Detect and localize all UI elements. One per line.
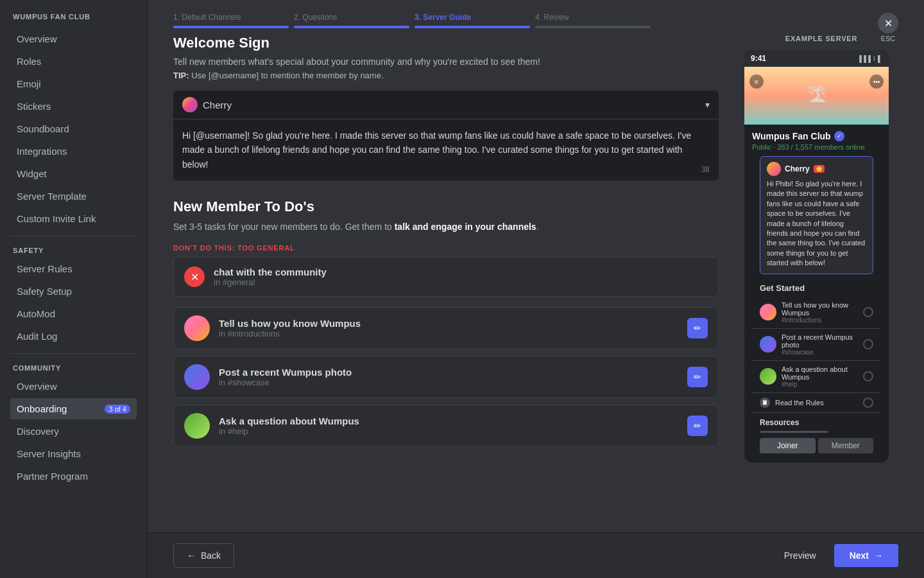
sidebar-item-server-insights[interactable]: Server Insights bbox=[10, 443, 137, 464]
server-banner: ≡ ••• 🏝 bbox=[744, 67, 889, 125]
edit-button-2[interactable]: ✏ bbox=[687, 416, 708, 436]
step-2-label: 2. Questions bbox=[294, 13, 337, 22]
card-avatar bbox=[767, 162, 781, 176]
sidebar-item-widget[interactable]: Widget bbox=[10, 163, 137, 184]
resources-progress-bar bbox=[760, 431, 828, 433]
step-1-label: 1. Default Channels bbox=[173, 13, 241, 22]
task-channel-0: #introductions bbox=[782, 317, 858, 324]
card-badge: 🌟 bbox=[814, 165, 825, 173]
good-avatar-0 bbox=[184, 315, 210, 341]
sidebar-item-emoji[interactable]: Emoji bbox=[10, 73, 137, 94]
author-dropdown[interactable]: Cherry ▾ bbox=[173, 91, 719, 119]
server-name-text: Wumpus Fan Club bbox=[752, 131, 831, 141]
verified-badge-icon: ✓ bbox=[834, 131, 844, 141]
bad-example-row: ✕ chat with the community in #general bbox=[173, 257, 719, 297]
sidebar-item-partner-program[interactable]: Partner Program bbox=[10, 466, 137, 487]
step-3-label: 3. Server Guide bbox=[415, 13, 471, 22]
sidebar-item-audit-log[interactable]: Audit Log bbox=[10, 326, 137, 347]
good-title-0: Tell us how you know Wumpus bbox=[219, 318, 678, 329]
status-time: 9:41 bbox=[751, 54, 766, 63]
good-title-2: Ask a question about Wumpus bbox=[219, 416, 678, 426]
task-text-3: Read the Rules bbox=[775, 399, 858, 407]
battery-icon: ▌ bbox=[878, 55, 882, 62]
step-2: 2. Questions bbox=[294, 13, 409, 28]
resources-section: Resources Joiner Member bbox=[752, 413, 881, 456]
resources-tabs: Joiner Member bbox=[760, 438, 873, 453]
task-avatar-1 bbox=[760, 336, 776, 353]
good-text-0: Tell us how you know Wumpus in #introduc… bbox=[219, 318, 678, 338]
resources-title: Resources bbox=[760, 418, 873, 427]
task-text-2: Ask a question about Wumpus #help bbox=[782, 365, 858, 388]
task-text-1: Post a recent Wumpus photo #showcase bbox=[782, 333, 858, 356]
author-name: Cherry bbox=[203, 100, 705, 110]
task-circle-1 bbox=[863, 339, 873, 349]
sidebar-item-server-template[interactable]: Server Template bbox=[10, 186, 137, 207]
content-area: Welcome Sign Tell new members what's spe… bbox=[148, 35, 924, 532]
sidebar: WUMPUS FAN CLUB Overview Roles Emoji Sti… bbox=[0, 0, 148, 578]
server-name-row: Wumpus Fan Club ✓ bbox=[752, 131, 881, 141]
task-channel-1: #showcase bbox=[782, 349, 858, 356]
sidebar-item-server-rules[interactable]: Server Rules bbox=[10, 258, 137, 279]
sidebar-item-stickers[interactable]: Stickers bbox=[10, 96, 137, 117]
left-panel: Welcome Sign Tell new members what's spe… bbox=[173, 35, 725, 520]
edit-button-0[interactable]: ✏ bbox=[687, 318, 708, 338]
task-title-1: Post a recent Wumpus photo bbox=[782, 333, 858, 349]
task-circle-2 bbox=[863, 371, 873, 381]
good-channel-1: in #showcase bbox=[219, 378, 678, 387]
task-row-3: 📋 Read the Rules bbox=[752, 393, 881, 413]
get-started-title: Get Started bbox=[752, 279, 881, 297]
dont-do-label: DON'T DO THIS: TOO GENERAL bbox=[173, 244, 719, 252]
more-icon: ••• bbox=[869, 74, 884, 89]
good-text-2: Ask a question about Wumpus in #help bbox=[219, 416, 678, 436]
good-title-1: Post a recent Wumpus photo bbox=[219, 367, 678, 378]
sidebar-item-integrations[interactable]: Integrations bbox=[10, 141, 137, 162]
good-channel-0: in #introductions bbox=[219, 329, 678, 338]
good-avatar-2 bbox=[184, 413, 210, 439]
tip-text: TIP: Use [@username] to mention the memb… bbox=[173, 71, 719, 80]
welcome-card: Cherry 🌟 Hi Phibi! So glad you're here. … bbox=[760, 156, 873, 274]
next-button[interactable]: Next → bbox=[834, 544, 898, 567]
tab-member[interactable]: Member bbox=[818, 438, 874, 453]
sidebar-item-custom-invite[interactable]: Custom Invite Link bbox=[10, 208, 137, 229]
task-row-2: Ask a question about Wumpus #help bbox=[752, 361, 881, 393]
welcome-message-box: Hi [@username]! So glad you're here. I m… bbox=[173, 119, 719, 180]
bottom-bar: ← Back Preview Next → bbox=[148, 532, 924, 578]
sidebar-item-community-overview[interactable]: Overview bbox=[10, 376, 137, 397]
onboarding-badge: 3 of 4 bbox=[105, 405, 130, 414]
menu-icon: ≡ bbox=[749, 74, 764, 89]
bad-channel: in #general bbox=[214, 277, 708, 287]
sidebar-item-roles[interactable]: Roles bbox=[10, 51, 137, 72]
task-rules-icon: 📋 bbox=[760, 398, 770, 408]
tab-joiner[interactable]: Joiner bbox=[760, 438, 816, 453]
step-2-track bbox=[294, 26, 409, 28]
esc-button[interactable]: ✕ ESC bbox=[878, 13, 898, 42]
task-avatar-2 bbox=[760, 368, 776, 385]
card-text: Hi Phibi! So glad you're here. I made th… bbox=[767, 179, 866, 268]
step-4-label: 4. Review bbox=[535, 13, 569, 22]
server-preview: 9:41 ▐▐▐ ⌇ ▌ ≡ ••• 🏝 bbox=[744, 50, 889, 462]
author-avatar bbox=[182, 97, 198, 112]
sidebar-item-automod[interactable]: AutoMod bbox=[10, 303, 137, 324]
step-4-track bbox=[535, 26, 651, 28]
edit-button-1[interactable]: ✏ bbox=[687, 367, 708, 387]
sidebar-item-overview[interactable]: Overview bbox=[10, 28, 137, 49]
task-title-0: Tell us how you know Wumpus bbox=[782, 301, 858, 317]
sidebar-item-discovery[interactable]: Discovery bbox=[10, 421, 137, 442]
esc-icon: ✕ bbox=[878, 13, 898, 33]
preview-button[interactable]: Preview bbox=[774, 544, 826, 567]
members-online: 283 / 1,557 members online bbox=[777, 143, 864, 151]
wifi-icon: ⌇ bbox=[873, 55, 876, 62]
back-button[interactable]: ← Back bbox=[173, 543, 234, 568]
task-channel-2: #help bbox=[782, 381, 858, 388]
sidebar-item-soundboard[interactable]: Soundboard bbox=[10, 118, 137, 139]
sidebar-item-onboarding[interactable]: Onboarding 3 of 4 bbox=[10, 398, 137, 419]
task-text-0: Tell us how you know Wumpus #introductio… bbox=[782, 301, 858, 324]
good-example-2: Ask a question about Wumpus in #help ✏ bbox=[173, 405, 719, 447]
step-3-track bbox=[415, 26, 530, 28]
chevron-down-icon: ▾ bbox=[705, 100, 710, 110]
sidebar-item-safety-setup[interactable]: Safety Setup bbox=[10, 281, 137, 302]
banner-art: 🏝 bbox=[807, 85, 826, 107]
good-channel-2: in #help bbox=[219, 426, 678, 436]
bad-x-icon: ✕ bbox=[184, 267, 205, 287]
new-member-desc: Set 3-5 tasks for your new members to do… bbox=[173, 220, 719, 234]
